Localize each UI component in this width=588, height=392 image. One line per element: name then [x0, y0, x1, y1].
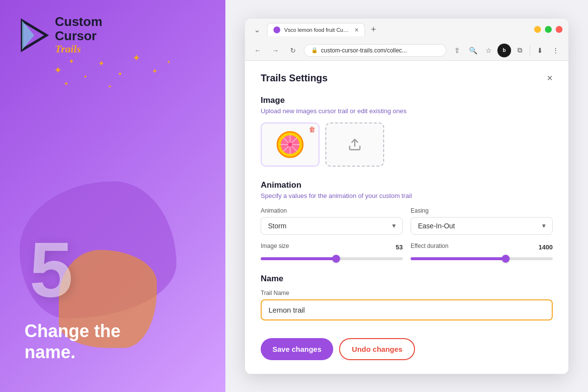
easing-label: Easing	[411, 207, 553, 214]
browser-toolbar: ← → ↻ 🔒 custom-cursor-trails.com/collec.…	[245, 41, 568, 60]
name-section: Name Trail Name	[261, 274, 553, 320]
new-tab-btn[interactable]: +	[367, 23, 380, 37]
image-thumbnail[interactable]: 🗑	[261, 122, 319, 167]
image-size-label: Image size	[261, 243, 289, 249]
image-size-value: 53	[396, 244, 403, 251]
forward-btn[interactable]: →	[269, 44, 282, 57]
image-section: Image Upload new images cursor trail or …	[261, 96, 553, 167]
toolbar-separator	[530, 46, 530, 55]
toolbar-actions: ⇧ 🔍 ☆ b ⧉ ⬇ ⋮	[450, 44, 563, 57]
svg-text:✦: ✦	[108, 84, 112, 89]
logo-area: Custom Cursor Trails	[20, 15, 102, 55]
name-section-title: Name	[261, 274, 553, 284]
effect-duration-track[interactable]	[411, 257, 553, 260]
browser-titlebar: ⌄ Vsco lemon food fruit Custom ( × + − □…	[245, 19, 568, 41]
easing-field: Easing Ease-In-Out Linear Ease-In Ease-O…	[411, 207, 553, 235]
save-changes-button[interactable]: Save changes	[261, 338, 333, 360]
image-size-header: Image size 53	[261, 243, 403, 252]
tab-area: Vsco lemon food fruit Custom ( × +	[267, 23, 532, 37]
logo-custom-text: Custom	[55, 15, 102, 29]
animation-section-title: Animation	[261, 180, 553, 190]
sliders-row: Image size 53 Effect duration 1400	[261, 243, 553, 260]
effect-duration-value: 1400	[539, 244, 553, 251]
extensions-btn[interactable]: ⧉	[513, 44, 527, 57]
undo-changes-button[interactable]: Undo changes	[339, 338, 415, 360]
minimize-btn[interactable]: −	[534, 26, 541, 33]
animation-section: Animation Specify a values for the anima…	[261, 180, 553, 260]
right-panel: ⌄ Vsco lemon food fruit Custom ( × + − □…	[225, 0, 588, 392]
animation-label: Animation	[261, 207, 403, 214]
logo-icon	[20, 18, 49, 52]
panel-title: Trails Settings	[261, 73, 328, 84]
easing-select[interactable]: Ease-In-Out Linear Ease-In Ease-Out	[411, 217, 553, 235]
browser-tab-active[interactable]: Vsco lemon food fruit Custom ( ×	[267, 23, 365, 36]
security-icon: 🔒	[311, 47, 318, 53]
download-btn[interactable]: ⬇	[533, 44, 547, 57]
action-buttons: Save changes Undo changes	[261, 334, 553, 360]
bookmark-btn[interactable]: ☆	[482, 44, 495, 57]
image-size-fill	[261, 257, 336, 260]
tab-favicon	[273, 26, 280, 33]
tab-collapse-btn[interactable]: ⌄	[251, 24, 263, 35]
image-size-slider-group: Image size 53	[261, 243, 403, 260]
svg-text:✦: ✦	[83, 74, 87, 79]
image-section-desc: Upload new images cursor trail or edit e…	[261, 107, 553, 115]
heading-text: Change the name.	[24, 320, 121, 363]
zoom-btn[interactable]: 🔍	[466, 44, 480, 57]
animation-select[interactable]: Storm Bounce Float Spin	[261, 217, 403, 235]
panel-header: Trails Settings ×	[261, 73, 553, 84]
image-row: 🗑	[261, 122, 553, 167]
easing-select-wrapper: Ease-In-Out Linear Ease-In Ease-Out ▼	[411, 217, 553, 235]
left-panel: Custom Cursor Trails ✦ ✦ ✦ ✦ ✦ ✦ ✦ ✦ ✦ ✦…	[0, 0, 225, 392]
tab-label: Vsco lemon food fruit Custom (	[284, 27, 351, 33]
svg-text:✦: ✦	[152, 67, 158, 75]
trail-name-label: Trail Name	[261, 290, 553, 296]
extension-btn[interactable]: b	[497, 44, 511, 57]
lemon-image	[276, 130, 304, 159]
change-heading: Change the name.	[24, 320, 121, 363]
effect-duration-fill	[411, 257, 506, 260]
maximize-btn[interactable]: □	[545, 26, 552, 33]
svg-text:✦: ✦	[132, 54, 141, 63]
image-section-title: Image	[261, 96, 553, 105]
trail-name-input[interactable]	[261, 299, 553, 320]
image-size-track[interactable]	[261, 257, 403, 260]
effect-duration-thumb[interactable]	[502, 255, 510, 263]
menu-btn[interactable]: ⋮	[549, 44, 563, 57]
logo-cursor-text: Cursor	[55, 29, 102, 43]
svg-point-18	[288, 143, 292, 147]
number-display: 5	[29, 230, 71, 309]
svg-text:✦: ✦	[167, 59, 171, 65]
browser-chrome: ⌄ Vsco lemon food fruit Custom ( × + − □…	[245, 19, 568, 61]
animation-section-desc: Specify a values for the animation of yo…	[261, 192, 553, 199]
address-bar[interactable]: 🔒 custom-cursor-trails.com/collec...	[304, 44, 446, 57]
animation-dropdowns: Animation Storm Bounce Float Spin ▼	[261, 207, 553, 235]
effect-duration-label: Effect duration	[411, 243, 448, 249]
browser-window: ⌄ Vsco lemon food fruit Custom ( × + − □…	[245, 19, 568, 374]
panel-close-btn[interactable]: ×	[547, 73, 553, 83]
svg-text:✦: ✦	[64, 80, 69, 87]
refresh-btn[interactable]: ↻	[286, 44, 300, 57]
back-btn[interactable]: ←	[251, 44, 265, 57]
image-size-thumb[interactable]	[332, 255, 340, 263]
svg-text:✦: ✦	[98, 59, 104, 68]
tab-close-btn[interactable]: ×	[355, 26, 359, 33]
window-controls: − □ ×	[534, 26, 563, 33]
logo-trails-text: Trails	[55, 43, 102, 55]
screenshot-btn[interactable]: ⇧	[450, 44, 464, 57]
settings-panel: Trails Settings × Image Upload new image…	[245, 61, 568, 374]
sparkles-decoration: ✦ ✦ ✦ ✦ ✦ ✦ ✦ ✦ ✦ ✦	[49, 54, 176, 95]
image-upload-btn[interactable]	[325, 122, 384, 167]
thumbnail-delete-btn[interactable]: 🗑	[309, 125, 316, 133]
svg-text:✦: ✦	[118, 71, 122, 77]
svg-text:✦: ✦	[69, 57, 74, 65]
effect-duration-slider-group: Effect duration 1400	[411, 243, 553, 260]
animation-field: Animation Storm Bounce Float Spin ▼	[261, 207, 403, 235]
logo-text: Custom Cursor Trails	[55, 15, 102, 55]
close-window-btn[interactable]: ×	[556, 26, 563, 33]
svg-text:✦: ✦	[54, 65, 62, 75]
effect-duration-header: Effect duration 1400	[411, 243, 553, 252]
animation-select-wrapper: Storm Bounce Float Spin ▼	[261, 217, 403, 235]
address-text: custom-cursor-trails.com/collec...	[321, 47, 407, 54]
